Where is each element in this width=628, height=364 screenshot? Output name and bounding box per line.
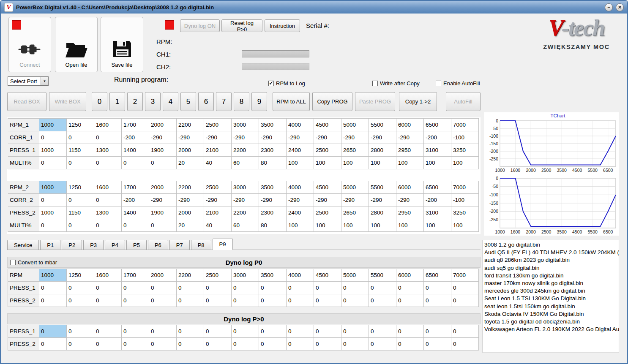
grid-cell[interactable]: 0 — [314, 338, 341, 350]
grid-cell[interactable]: 0 — [232, 282, 259, 294]
grid-cell[interactable]: 2800 — [369, 144, 396, 157]
grid-cell[interactable]: 0 — [314, 325, 341, 338]
grid-cell[interactable]: 6000 — [396, 269, 424, 282]
tab-p4[interactable]: P4 — [105, 240, 125, 250]
grid-cell[interactable]: 4500 — [314, 269, 341, 282]
grid-cell[interactable]: 2000 — [177, 144, 204, 157]
grid-cell[interactable]: 0 — [149, 325, 177, 338]
rpm-to-all-button[interactable]: RPM to ALL — [273, 92, 310, 111]
grid-cell[interactable]: -290 — [204, 194, 232, 206]
grid-cell[interactable]: 40 — [204, 157, 232, 169]
grid-cell[interactable]: 0 — [451, 325, 479, 338]
digit-button-8[interactable]: 8 — [234, 92, 249, 111]
grid-cell[interactable]: 2200 — [232, 144, 259, 157]
grid-cell[interactable]: -100 — [451, 131, 479, 144]
grid-cell[interactable]: 0 — [341, 294, 369, 307]
grid-cell[interactable]: 100 — [424, 157, 451, 169]
grid-cell[interactable]: 0 — [67, 282, 94, 294]
grid-cell[interactable]: 0 — [67, 131, 94, 144]
grid-cell[interactable]: 0 — [149, 294, 177, 307]
file-list-item[interactable]: toyota 1.5 go digital od obciążenia.bin — [484, 318, 617, 326]
copy-1-2-button[interactable]: Copy 1->2 — [399, 92, 437, 111]
grid-cell[interactable]: 6500 — [424, 119, 451, 131]
grid-cell[interactable]: 0 — [67, 325, 94, 338]
write-after-copy-checkbox-icon[interactable] — [372, 81, 378, 86]
grid-cell[interactable]: 0 — [149, 157, 177, 169]
grid-cell[interactable]: 60 — [232, 157, 259, 169]
grid-cell[interactable]: 1600 — [94, 181, 122, 194]
grid-cell[interactable]: -290 — [287, 131, 314, 144]
digit-button-4[interactable]: 4 — [163, 92, 178, 111]
grid-cell[interactable]: 2950 — [396, 144, 424, 157]
reset-log-button[interactable]: Reset log P>0 — [221, 19, 262, 32]
grid-cell[interactable]: 2400 — [287, 144, 314, 157]
grid-cell[interactable]: 0 — [259, 294, 287, 307]
grid-cell[interactable]: 1700 — [122, 181, 149, 194]
grid-cell[interactable]: 3250 — [451, 206, 479, 219]
grid-cell[interactable]: 0 — [396, 338, 424, 350]
grid-cell[interactable]: -290 — [369, 194, 396, 206]
grid-cell[interactable]: 0 — [94, 194, 122, 206]
grid-cell[interactable]: 0 — [232, 294, 259, 307]
write-after-copy-checkbox[interactable]: Write after Copy — [372, 80, 420, 87]
grid-cell[interactable]: 1000 — [39, 119, 67, 131]
grid-cell[interactable]: 5500 — [369, 119, 396, 131]
grid-cell[interactable]: -290 — [287, 194, 314, 206]
grid-cell[interactable]: -290 — [177, 194, 204, 206]
grid-cell[interactable]: 2100 — [204, 144, 232, 157]
grid-cell[interactable]: 100 — [341, 157, 369, 169]
grid-cell[interactable]: 0 — [204, 282, 232, 294]
grid-cell[interactable]: 0 — [39, 294, 67, 307]
grid-cell[interactable]: 0 — [204, 338, 232, 350]
digit-button-0[interactable]: 0 — [92, 92, 107, 111]
digit-button-3[interactable]: 3 — [145, 92, 161, 111]
grid-cell[interactable]: -290 — [177, 131, 204, 144]
grid-cell[interactable]: 0 — [94, 131, 122, 144]
grid-cell[interactable]: 1600 — [94, 269, 122, 282]
grid-cell[interactable]: 1700 — [122, 269, 149, 282]
grid-cell[interactable]: 100 — [396, 157, 424, 169]
grid-cell[interactable]: 5000 — [341, 119, 369, 131]
tab-p2[interactable]: P2 — [62, 240, 82, 250]
file-list-item[interactable]: 3008 1.2 go digital.bin — [484, 241, 617, 249]
grid-cell[interactable]: 0 — [451, 282, 479, 294]
grid-cell[interactable]: 0 — [177, 282, 204, 294]
grid-cell[interactable]: 0 — [287, 325, 314, 338]
grid-cell[interactable]: -290 — [396, 131, 424, 144]
grid-cell[interactable]: 0 — [369, 325, 396, 338]
digit-button-9[interactable]: 9 — [251, 92, 267, 111]
dropdown-arrow-icon[interactable]: ▼ — [41, 77, 48, 85]
grid-cell[interactable]: 100 — [369, 219, 396, 232]
grid-cell[interactable]: 0 — [451, 338, 479, 350]
grid-cell[interactable]: -290 — [396, 194, 424, 206]
grid-cell[interactable]: 2400 — [287, 206, 314, 219]
grid-cell[interactable]: 2500 — [204, 119, 232, 131]
grid-cell[interactable]: -290 — [149, 194, 177, 206]
rpm-to-log-checkbox[interactable]: RPM to Log — [268, 80, 305, 87]
grid-cell[interactable]: 3250 — [451, 144, 479, 157]
grid-cell[interactable]: 100 — [314, 157, 341, 169]
grid-cell[interactable]: -290 — [232, 131, 259, 144]
grid-cell[interactable]: 0 — [122, 325, 149, 338]
close-button[interactable]: ✕ — [616, 3, 624, 11]
grid-cell[interactable]: 2500 — [314, 144, 341, 157]
grid-cell[interactable]: 3100 — [424, 206, 451, 219]
grid-cell[interactable]: 0 — [259, 325, 287, 338]
grid-cell[interactable]: 0 — [204, 294, 232, 307]
grid-cell[interactable]: 1900 — [149, 206, 177, 219]
grid-cell[interactable]: 7000 — [451, 269, 479, 282]
grid-cell[interactable]: 0 — [122, 282, 149, 294]
grid-cell[interactable]: 2200 — [177, 181, 204, 194]
grid-cell[interactable]: 2500 — [204, 269, 232, 282]
grid-cell[interactable]: 0 — [122, 294, 149, 307]
digit-button-2[interactable]: 2 — [127, 92, 143, 111]
grid-cell[interactable]: 0 — [232, 325, 259, 338]
grid-cell[interactable]: 0 — [369, 294, 396, 307]
grid-cell[interactable]: 1250 — [67, 119, 94, 131]
file-list-item[interactable]: Seat Leon 1.5 TSI 130KM Go Digital.bin — [484, 295, 617, 302]
grid-cell[interactable]: 6000 — [396, 181, 424, 194]
grid-cell[interactable]: 0 — [314, 282, 341, 294]
grid-cell[interactable]: 80 — [259, 219, 287, 232]
grid-cell[interactable]: 1000 — [39, 144, 67, 157]
grid-cell[interactable]: 0 — [287, 338, 314, 350]
